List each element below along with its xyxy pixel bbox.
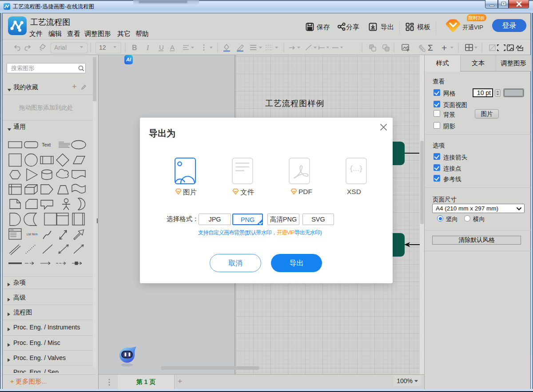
svg-text:Text: Text — [42, 142, 51, 147]
svg-text:12: 12 — [99, 44, 106, 51]
svg-text:List Item: List Item — [27, 233, 38, 236]
svg-text:+: + — [442, 43, 447, 53]
svg-text:I: I — [146, 44, 149, 51]
svg-text:Σ: Σ — [428, 43, 433, 52]
svg-text:B: B — [132, 44, 137, 51]
svg-text:A: A — [170, 44, 175, 51]
svg-text:U: U — [159, 44, 164, 51]
svg-text:Arial: Arial — [54, 44, 67, 51]
